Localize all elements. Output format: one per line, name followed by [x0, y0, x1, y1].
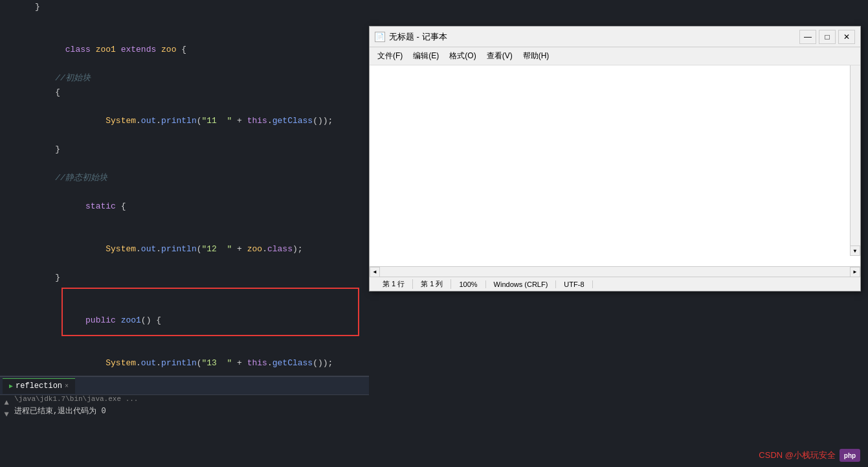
code-line: //静态初始块: [0, 171, 369, 185]
col-status: 第 1 列: [413, 279, 451, 289]
code-line: System.out.println("11 " + this.getClass…: [0, 100, 369, 142]
scroll-arrows: ▲ ▼: [0, 395, 13, 467]
code-line: }: [0, 271, 369, 285]
charset-status: UTF-8: [556, 280, 592, 288]
bottom-panel: ▶ reflection × ▲ ▼ \java\jdk1.7\bin\java…: [0, 376, 369, 467]
bottom-tabs: ▶ reflection ×: [0, 377, 369, 395]
code-line: System.out.println("13 " + this.getClass…: [0, 342, 369, 376]
code-line: static {: [0, 185, 369, 228]
line-content: class zoo1 extends zoo {: [35, 28, 369, 71]
notepad-statusbar: 第 1 行 第 1 列 100% Windows (CRLF) UTF-8: [370, 277, 860, 291]
watermark: CSDN @小栈玩安全 php: [759, 449, 860, 462]
notepad-textarea[interactable]: [370, 65, 860, 266]
encoding-status: Windows (CRLF): [486, 280, 557, 288]
scroll-down-arrow[interactable]: ▼: [1, 409, 12, 420]
php-badge: php: [840, 449, 860, 462]
code-line: {: [0, 85, 369, 100]
scroll-left-button[interactable]: ◀: [370, 267, 380, 277]
scroll-track: [380, 267, 850, 277]
bottom-content-wrapper: ▲ ▼ \java\jdk1.7\bin\java.exe ... 进程已结束,…: [0, 395, 369, 416]
line-content: System.out.println("11 " + this.getClass…: [35, 100, 369, 142]
close-button[interactable]: ✕: [838, 30, 855, 44]
run-path-text: \java\jdk1.7\bin\java.exe ...: [14, 395, 138, 403]
menu-file[interactable]: 文件(F): [372, 49, 408, 63]
menu-help[interactable]: 帮助(H): [518, 49, 555, 63]
line-content: //静态初始块: [35, 171, 369, 185]
bottom-output: \java\jdk1.7\bin\java.exe ... 进程已结束,退出代码…: [14, 395, 138, 416]
notepad-window: 📄 无标题 - 记事本 — □ ✕ 文件(F) 编辑(E) 格式(O) 查看(V…: [369, 26, 861, 291]
line-content: System.out.println("12 " + zoo.class);: [35, 228, 369, 271]
line-content: static {: [35, 185, 369, 228]
tab-close-icon[interactable]: ×: [65, 383, 69, 390]
line-content: {: [35, 85, 369, 100]
scroll-up-arrow[interactable]: ▲: [1, 398, 12, 408]
line-content: public zoo1() {: [35, 299, 369, 342]
line-content: }: [35, 0, 369, 14]
vertical-scrollbar[interactable]: [850, 65, 860, 256]
menu-view[interactable]: 查看(V): [482, 49, 518, 63]
line-content: System.out.println("13 " + this.getClass…: [35, 342, 369, 376]
csdn-text: CSDN @小栈玩安全: [759, 450, 836, 461]
notepad-titlebar: 📄 无标题 - 记事本 — □ ✕: [370, 27, 860, 47]
line-content: }: [35, 271, 369, 285]
horizontal-scrollbar[interactable]: ◀ ▶: [370, 266, 860, 277]
code-editor: } class zoo1 extends zoo { //初始块 { Syste…: [0, 0, 369, 376]
line-content: //初始块: [35, 71, 369, 85]
run-tab[interactable]: ▶ reflection ×: [3, 378, 75, 394]
zoom-status: 100%: [451, 280, 485, 288]
code-line: }: [0, 0, 369, 14]
tab-label: reflection: [16, 382, 62, 391]
notepad-icon: 📄: [375, 32, 385, 42]
maximize-button[interactable]: □: [819, 30, 836, 44]
minimize-button[interactable]: —: [799, 30, 816, 44]
notepad-content[interactable]: ▲ ▼: [370, 65, 860, 266]
output-text: 进程已结束,退出代码为 0: [14, 405, 138, 416]
code-line: public zoo1() {: [0, 299, 369, 342]
scroll-right-button[interactable]: ▶: [850, 267, 860, 277]
code-line: [0, 157, 369, 171]
run-path: \java\jdk1.7\bin\java.exe ...: [14, 395, 138, 403]
code-line: //初始块: [0, 71, 369, 85]
code-line: [0, 14, 369, 28]
menu-edit[interactable]: 编辑(E): [408, 49, 444, 63]
line-status: 第 1 行: [375, 279, 413, 289]
menu-format[interactable]: 格式(O): [444, 49, 481, 63]
notepad-menubar: 文件(F) 编辑(E) 格式(O) 查看(V) 帮助(H): [370, 47, 860, 65]
notepad-title: 无标题 - 记事本: [389, 31, 799, 43]
notepad-controls: — □ ✕: [799, 30, 855, 44]
tab-icon: ▶: [9, 382, 13, 390]
line-content: }: [35, 142, 369, 157]
code-line: System.out.println("12 " + zoo.class);: [0, 228, 369, 271]
scroll-down-button[interactable]: ▼: [850, 245, 860, 256]
code-line: }: [0, 142, 369, 157]
code-line: [0, 285, 369, 299]
code-line: class zoo1 extends zoo {: [0, 28, 369, 71]
